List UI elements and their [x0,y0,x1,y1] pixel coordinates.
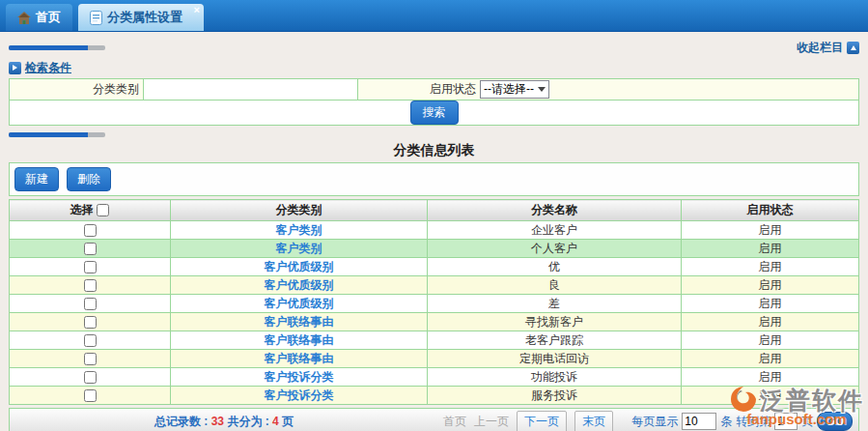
row-name-cell: 服务投诉 [428,387,682,405]
row-name-cell: 定期电话回访 [428,350,682,368]
category-label: 分类类别 [10,79,144,101]
row-checkbox[interactable] [84,224,97,237]
row-checkbox[interactable] [84,353,97,365]
per-page-unit: 条 [720,414,732,430]
search-button-row: 搜索 [10,101,859,126]
chevron-down-icon [538,87,546,92]
category-table: 选择 分类类别 分类名称 启用状态 客户类别 企业客户 启用 客户类别 个人客户… [9,199,859,405]
row-name-cell: 优 [428,258,682,276]
row-checkbox[interactable] [84,371,97,384]
category-link[interactable]: 客户投诉分类 [265,388,334,402]
category-link[interactable]: 客户类别 [276,223,322,237]
tab-home-label: 首页 [36,9,61,26]
goto-label: 转到第 [736,414,770,430]
row-checkbox[interactable] [84,298,97,310]
category-link[interactable]: 客户类别 [276,242,322,255]
first-page-link[interactable]: 首页 [443,414,466,430]
search-section-header: 检索条件 [9,59,859,76]
tab-category-settings[interactable]: 分类属性设置 × [78,4,204,31]
select-all-checkbox[interactable] [97,204,109,216]
row-select-cell [10,221,171,240]
table-row: 客户投诉分类 功能投诉 启用 [10,368,859,387]
status-select[interactable]: --请选择-- [480,80,549,99]
row-select-cell [10,313,171,331]
category-link[interactable]: 客户联络事由 [265,333,334,347]
table-row: 客户优质级别 差 启用 [10,295,859,313]
row-status-cell: 启用 [682,331,859,350]
row-checkbox[interactable] [84,243,97,255]
goto-page-input[interactable] [774,413,798,430]
row-checkbox[interactable] [84,334,97,347]
table-row: 客户类别 个人客户 启用 [10,240,859,258]
category-link[interactable]: 客户投诉分类 [265,370,334,384]
home-icon [17,12,31,24]
category-input[interactable] [144,80,357,100]
table-row: 客户类别 企业客户 启用 [10,221,859,240]
row-category-cell: 客户优质级别 [171,295,428,313]
row-select-cell [10,387,171,405]
prev-page-link[interactable]: 上一页 [474,414,509,430]
column-header-select: 选择 [10,200,171,221]
loading-bar [9,45,105,50]
category-link[interactable]: 客户优质级别 [265,278,334,292]
row-status-cell: 启用 [682,387,859,405]
search-button[interactable]: 搜索 [410,101,459,125]
section-arrow-icon[interactable] [9,62,21,74]
category-link[interactable]: 客户联络事由 [265,315,334,329]
row-select-cell [10,240,171,258]
table-header-row: 选择 分类类别 分类名称 启用状态 [10,200,859,221]
row-status-cell: 启用 [682,276,859,295]
row-category-cell: 客户投诉分类 [171,368,428,387]
top-tab-bar: 首页 分类属性设置 × [0,0,868,32]
row-checkbox[interactable] [84,316,97,329]
table-row: 客户优质级别 良 启用 [10,276,859,295]
row-category-cell: 客户优质级别 [171,258,428,276]
page-content: 收起栏目 检索条件 分类类别 启用状态 --请选择-- [0,32,868,431]
tab-active-label: 分类属性设置 [107,9,182,26]
list-title: 分类信息列表 [9,139,859,160]
collapse-columns-link[interactable]: 收起栏目 [797,40,859,56]
next-page-button[interactable]: 下一页 [517,411,567,431]
tab-home[interactable]: 首页 [6,4,72,31]
category-input-cell [144,79,358,101]
row-select-cell [10,276,171,295]
table-row: 客户投诉分类 服务投诉 启用 [10,387,859,405]
close-icon[interactable]: × [194,5,200,15]
loading-bar-2-fill [9,132,88,137]
record-summary: 总记录数 : 33 共分为 : 4 页 [154,414,294,430]
go-button[interactable]: GO [817,412,853,431]
row-name-cell: 功能投诉 [428,368,682,387]
row-status-cell: 启用 [682,295,859,313]
new-button[interactable]: 新建 [14,167,59,191]
row-select-cell [10,350,171,368]
select-column-label: 选择 [70,203,94,216]
search-form: 分类类别 启用状态 --请选择-- 搜索 [9,78,859,126]
table-row: 客户联络事由 寻找新客户 启用 [10,313,859,331]
category-link[interactable]: 客户优质级别 [265,260,334,273]
table-row: 客户联络事由 定期电话回访 启用 [10,350,859,368]
row-status-cell: 启用 [682,368,859,387]
last-page-button[interactable]: 末页 [574,411,613,431]
row-checkbox[interactable] [84,279,97,292]
pagination-footer: 总记录数 : 33 共分为 : 4 页 首页 上一页 下一页 末页 每页显示 条… [9,408,859,431]
row-status-cell: 启用 [682,350,859,368]
category-link[interactable]: 客户优质级别 [265,297,334,310]
delete-button[interactable]: 删除 [67,167,111,191]
loading-bar-2 [9,132,105,137]
row-select-cell [10,258,171,276]
category-link[interactable]: 客户联络事由 [265,352,334,365]
row-select-cell [10,368,171,387]
row-name-cell: 寻找新客户 [428,313,682,331]
row-category-cell: 客户类别 [171,221,428,240]
status-select-value: --请选择-- [484,81,534,98]
row-status-cell: 启用 [682,258,859,276]
total-pages: 4 [272,415,279,428]
row-name-cell: 良 [428,276,682,295]
row-checkbox[interactable] [84,389,97,402]
row-category-cell: 客户联络事由 [171,331,428,350]
row-category-cell: 客户投诉分类 [171,387,428,405]
row-checkbox[interactable] [84,261,97,273]
status-label: 启用状态 [358,81,480,98]
pagination-nav: 首页 上一页 下一页 末页 [443,411,613,431]
per-page-input[interactable] [682,413,716,430]
